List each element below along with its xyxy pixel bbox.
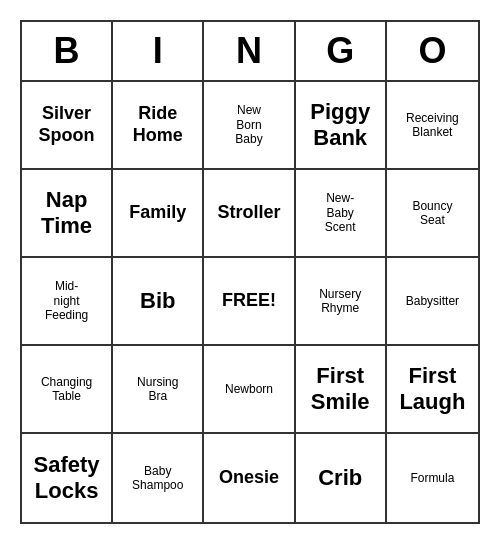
header-letter: N xyxy=(204,22,295,80)
bingo-cell: FREE! xyxy=(204,258,295,346)
bingo-cell: Receiving Blanket xyxy=(387,82,478,170)
cell-label: Changing Table xyxy=(41,375,92,404)
cell-label: Bib xyxy=(140,288,175,314)
bingo-cell: Babysitter xyxy=(387,258,478,346)
header-letter: O xyxy=(387,22,478,80)
bingo-card: BINGO Silver SpoonRide HomeNew Born Baby… xyxy=(20,20,480,524)
header-letter: G xyxy=(296,22,387,80)
cell-label: First Smile xyxy=(311,363,370,416)
cell-label: New- Baby Scent xyxy=(325,191,356,234)
cell-label: Onesie xyxy=(219,467,279,489)
cell-label: Baby Shampoo xyxy=(132,464,183,493)
bingo-cell: Silver Spoon xyxy=(22,82,113,170)
cell-label: Mid- night Feeding xyxy=(45,279,88,322)
cell-label: Crib xyxy=(318,465,362,491)
cell-label: Nursing Bra xyxy=(137,375,178,404)
cell-label: Newborn xyxy=(225,382,273,396)
bingo-cell: Baby Shampoo xyxy=(113,434,204,522)
header-letter: B xyxy=(22,22,113,80)
cell-label: Bouncy Seat xyxy=(412,199,452,228)
bingo-cell: Crib xyxy=(296,434,387,522)
bingo-cell: First Laugh xyxy=(387,346,478,434)
bingo-cell: First Smile xyxy=(296,346,387,434)
cell-label: Ride Home xyxy=(133,103,183,146)
cell-label: New Born Baby xyxy=(235,103,262,146)
bingo-cell: New Born Baby xyxy=(204,82,295,170)
bingo-cell: Piggy Bank xyxy=(296,82,387,170)
bingo-cell: Mid- night Feeding xyxy=(22,258,113,346)
bingo-cell: Ride Home xyxy=(113,82,204,170)
bingo-grid: Silver SpoonRide HomeNew Born BabyPiggy … xyxy=(22,82,478,522)
cell-label: Piggy Bank xyxy=(310,99,370,152)
cell-label: Stroller xyxy=(217,202,280,224)
cell-label: Formula xyxy=(410,471,454,485)
bingo-cell: Changing Table xyxy=(22,346,113,434)
bingo-cell: Safety Locks xyxy=(22,434,113,522)
cell-label: Babysitter xyxy=(406,294,459,308)
bingo-cell: Nursing Bra xyxy=(113,346,204,434)
bingo-cell: Bouncy Seat xyxy=(387,170,478,258)
header-letter: I xyxy=(113,22,204,80)
bingo-cell: Formula xyxy=(387,434,478,522)
cell-label: Receiving Blanket xyxy=(406,111,459,140)
bingo-cell: Newborn xyxy=(204,346,295,434)
bingo-cell: New- Baby Scent xyxy=(296,170,387,258)
cell-label: Safety Locks xyxy=(34,452,100,505)
bingo-cell: Nursery Rhyme xyxy=(296,258,387,346)
bingo-cell: Onesie xyxy=(204,434,295,522)
cell-label: Family xyxy=(129,202,186,224)
bingo-cell: Bib xyxy=(113,258,204,346)
bingo-cell: Stroller xyxy=(204,170,295,258)
cell-label: Nursery Rhyme xyxy=(319,287,361,316)
cell-label: First Laugh xyxy=(399,363,465,416)
bingo-cell: Family xyxy=(113,170,204,258)
bingo-cell: Nap Time xyxy=(22,170,113,258)
bingo-header: BINGO xyxy=(22,22,478,82)
cell-label: FREE! xyxy=(222,290,276,312)
cell-label: Silver Spoon xyxy=(39,103,95,146)
cell-label: Nap Time xyxy=(41,187,92,240)
